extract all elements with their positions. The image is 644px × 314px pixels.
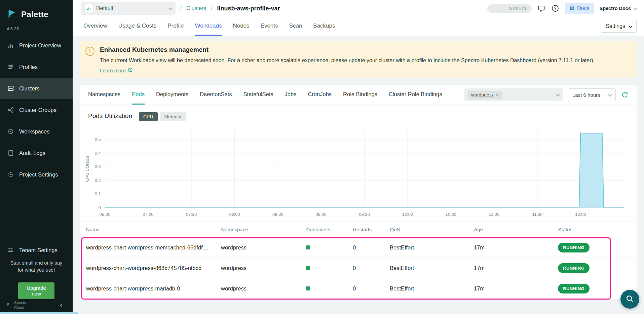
subtab-daemonsets[interactable]: DaemonSets <box>200 85 232 105</box>
sidebar: Palette 4.6.35 Project Overview Profiles… <box>0 0 73 314</box>
topbar-right: 0/100kCh ? Docs Spectro Docs <box>487 3 637 14</box>
svg-text:0.3: 0.3 <box>95 164 101 169</box>
sidebar-item-workspaces[interactable]: Workspaces <box>0 121 73 142</box>
pod-restarts: 0 <box>347 237 384 258</box>
col-qos[interactable]: QoS <box>384 222 468 237</box>
pod-name: wordpress-chart-wordpress-memcached-66df… <box>80 237 215 258</box>
sidebar-item-project-overview[interactable]: Project Overview <box>0 35 73 56</box>
refresh-icon[interactable] <box>621 91 629 99</box>
support-beacon-button[interactable] <box>620 290 639 309</box>
sidebar-item-cluster-groups[interactable]: Cluster Groups <box>0 99 73 121</box>
chart-svg: 00.10.20.30.40.506:3007:0007:3008:0008:3… <box>81 125 634 222</box>
col-status[interactable]: Status <box>552 222 637 237</box>
learn-more-link[interactable]: Learn more <box>100 67 133 73</box>
sidebar-item-audit-logs[interactable]: Audit Logs <box>0 142 73 164</box>
brand: Palette <box>0 0 73 22</box>
pod-age: 17m <box>468 278 552 299</box>
tenant-docs-dropdown[interactable]: Spectro Docs <box>600 6 637 11</box>
container-status-square <box>306 266 310 270</box>
sidebar-footer: Spectro Cloud ‹ <box>5 300 68 310</box>
pod-qos: BestEffort <box>384 258 468 278</box>
remove-filter-icon[interactable]: ✕ <box>496 92 499 97</box>
chart-title: Pods Utilization <box>88 112 132 121</box>
pod-qos: BestEffort <box>384 278 468 299</box>
app-root: Palette 4.6.35 Project Overview Profiles… <box>0 0 644 314</box>
tab-events[interactable]: Events <box>261 17 278 36</box>
filters: wordpress ✕ Last 6 hours <box>464 85 629 105</box>
pod-qos: BestEffort <box>384 237 468 258</box>
subtab-cronjobs[interactable]: CronJobs <box>308 85 332 105</box>
document-icon <box>7 150 14 156</box>
container-status-square <box>306 245 310 249</box>
project-selector[interactable]: Default <box>81 2 176 15</box>
settings-button[interactable]: Settings <box>601 20 637 33</box>
sidebar-nav: Project Overview Profiles Clusters Clust… <box>0 35 73 185</box>
search-icon <box>626 295 634 304</box>
sidebar-item-clusters[interactable]: Clusters <box>0 78 73 99</box>
subtab-cluster-role-bindings[interactable]: Cluster Role Bindings <box>389 85 442 105</box>
tab-backups[interactable]: Backups <box>313 17 335 36</box>
promo-text: Start small and only pay for what you us… <box>0 260 73 274</box>
subtab-statefulsets[interactable]: StatefulSets <box>243 85 273 105</box>
top-header: Default / Clusters / linusb-aws-profile-… <box>73 0 644 17</box>
sidebar-item-label: Tenant Settings <box>19 247 58 253</box>
tab-workloads[interactable]: Workloads <box>195 17 222 36</box>
memory-toggle-button[interactable]: Memory <box>160 112 186 121</box>
filter-chip: wordpress ✕ <box>468 91 502 99</box>
pod-age: 17m <box>468 237 552 258</box>
bar-chart-icon <box>7 42 14 49</box>
sidebar-item-label: Profiles <box>19 64 38 70</box>
docs-button-label: Docs <box>577 5 589 11</box>
tab-profile[interactable]: Profile <box>167 17 184 36</box>
subtab-jobs[interactable]: Jobs <box>285 85 297 105</box>
chat-icon[interactable] <box>537 4 545 12</box>
chevron-down-icon <box>608 92 613 96</box>
upgrade-now-button[interactable]: Upgrade now <box>18 282 54 299</box>
table-row[interactable]: wordpress-chart-wordpress-mariadb-0 word… <box>80 278 637 299</box>
gear-icon <box>7 171 14 178</box>
tab-overview[interactable]: Overview <box>83 17 107 36</box>
namespace-filter-select[interactable]: wordpress ✕ <box>464 88 563 101</box>
svg-text:0.1: 0.1 <box>95 191 101 196</box>
sidebar-item-project-settings[interactable]: Project Settings <box>0 164 73 185</box>
svg-text:09:00: 09:00 <box>316 212 327 217</box>
settings-button-label: Settings <box>606 23 625 29</box>
banner-title: Enhanced Kubernetes management <box>100 46 595 53</box>
pod-namespace: wordpress <box>215 258 300 278</box>
col-containers[interactable]: Containers <box>300 222 347 237</box>
table-row[interactable]: wordpress-chart-wordpress-memcached-66df… <box>80 237 637 258</box>
time-range-select[interactable]: Last 6 hours <box>568 88 616 101</box>
palette-logo-icon <box>6 8 17 21</box>
table-row[interactable]: wordpress-chart-wordpress-868b745785-ntb… <box>80 258 637 278</box>
sidebar-item-label: Clusters <box>19 85 40 92</box>
col-restarts[interactable]: Restarts <box>347 222 384 237</box>
tab-nodes[interactable]: Nodes <box>233 17 249 36</box>
col-namespace[interactable]: Namespace <box>215 222 300 237</box>
tab-usage-costs[interactable]: Usage & Costs <box>118 17 156 36</box>
subtab-deployments[interactable]: Deployments <box>156 85 188 105</box>
sidebar-item-tenant-settings[interactable]: Tenant Settings <box>0 239 73 261</box>
pod-restarts: 0 <box>347 258 384 278</box>
docs-button[interactable]: Docs <box>565 3 594 14</box>
col-age[interactable]: Age <box>468 222 552 237</box>
sidebar-item-profiles[interactable]: Profiles <box>0 56 73 78</box>
sidebar-item-label: Cluster Groups <box>19 107 56 113</box>
svg-text:0.2: 0.2 <box>95 178 101 183</box>
status-badge: RUNNING <box>558 284 590 293</box>
sliders-icon <box>7 247 14 253</box>
subtab-pods[interactable]: Pods <box>132 85 145 105</box>
tab-scan[interactable]: Scan <box>289 17 302 36</box>
chevron-down-icon <box>634 6 638 10</box>
sidebar-item-label: Project Settings <box>19 171 58 178</box>
cpu-toggle-button[interactable]: CPU <box>139 112 158 121</box>
spectro-cloud-logo-icon <box>5 302 11 309</box>
col-name[interactable]: Name <box>80 222 215 237</box>
help-icon[interactable]: ? <box>551 4 559 12</box>
subtab-role-bindings[interactable]: Role Bindings <box>343 85 377 105</box>
breadcrumb-clusters-link[interactable]: Clusters <box>186 5 206 11</box>
subtab-namespaces[interactable]: Namespaces <box>88 85 120 105</box>
status-badge: RUNNING <box>558 263 590 273</box>
time-range-value: Last 6 hours <box>572 92 600 98</box>
collapse-sidebar-icon[interactable]: ‹ <box>60 301 63 309</box>
footer-brand: Spectro Cloud <box>14 300 32 310</box>
